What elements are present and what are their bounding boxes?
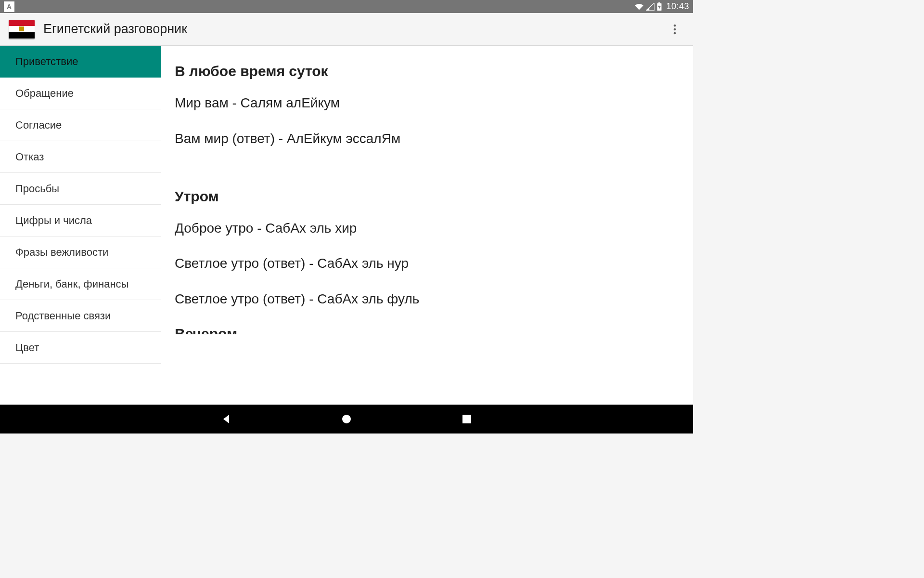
app-bar: Египетский разговорник (0, 13, 693, 46)
phrase-line: Вам мир (ответ) - АлЕйкум эссалЯм (175, 130, 680, 148)
section-heading: Утром (175, 188, 680, 205)
phrase-line: Доброе утро - СабАх эль хир (175, 219, 680, 237)
sidebar-item-label: Отказ (15, 151, 44, 163)
app-title: Египетский разговорник (43, 22, 665, 37)
android-status-bar: A 10:43 (0, 0, 693, 13)
sidebar-item-label: Цифры и числа (15, 214, 92, 227)
svg-rect-6 (462, 415, 471, 423)
keyboard-indicator-icon: A (4, 1, 14, 12)
sidebar-item-5[interactable]: Цифры и числа (0, 205, 161, 236)
sidebar-item-6[interactable]: Фразы вежливости (0, 236, 161, 268)
main-area: ПриветствиеОбращениеСогласиеОтказПросьбы… (0, 46, 693, 405)
sidebar-item-label: Обращение (15, 87, 74, 100)
sidebar-item-2[interactable]: Согласие (0, 109, 161, 141)
sidebar-item-1[interactable]: Обращение (0, 78, 161, 109)
wifi-icon (634, 3, 644, 11)
phrase-line: Светлое утро (ответ) - СабАх эль нур (175, 254, 680, 273)
sidebar-item-3[interactable]: Отказ (0, 141, 161, 173)
sidebar-item-label: Родственные связи (15, 310, 111, 322)
back-icon (220, 413, 232, 425)
svg-point-5 (342, 415, 351, 423)
android-nav-bar (0, 405, 693, 434)
svg-point-4 (674, 32, 676, 34)
egypt-flag-icon (9, 20, 35, 39)
svg-point-2 (674, 24, 676, 26)
phrase-line: Мир вам - Салям алЕйкум (175, 94, 680, 112)
sidebar-item-label: Деньги, банк, финансы (15, 278, 128, 290)
sidebar-item-7[interactable]: Деньги, банк, финансы (0, 268, 161, 300)
cell-signal-icon (646, 3, 654, 11)
home-button[interactable] (337, 409, 356, 429)
recents-button[interactable] (457, 409, 476, 429)
sidebar-item-label: Цвет (15, 342, 39, 354)
status-right-cluster: 10:43 (634, 1, 689, 12)
sidebar-item-label: Просьбы (15, 183, 59, 195)
section-heading-cutoff: Вечером (175, 326, 680, 334)
svg-rect-1 (659, 2, 661, 3)
section-heading: В любое время суток (175, 63, 680, 79)
more-vert-icon (673, 24, 676, 35)
content-panel: В любое время сутокМир вам - Салям алЕйк… (161, 46, 693, 405)
svg-point-3 (674, 28, 676, 30)
sidebar-item-0[interactable]: Приветствие (0, 46, 161, 78)
back-button[interactable] (217, 409, 236, 429)
status-time: 10:43 (666, 1, 689, 12)
sidebar-item-9[interactable]: Цвет (0, 332, 161, 364)
sidebar-item-label: Согласие (15, 119, 62, 131)
sidebar-item-label: Фразы вежливости (15, 246, 108, 259)
home-icon (341, 413, 352, 425)
recents-icon (462, 414, 472, 424)
overflow-menu-button[interactable] (665, 20, 684, 39)
phrase-line: Светлое утро (ответ) - СабАх эль фуль (175, 290, 680, 308)
sidebar-item-8[interactable]: Родственные связи (0, 300, 161, 332)
sidebar-item-label: Приветствие (15, 55, 78, 68)
battery-charging-icon (656, 2, 662, 11)
category-sidebar: ПриветствиеОбращениеСогласиеОтказПросьбы… (0, 46, 161, 405)
sidebar-item-4[interactable]: Просьбы (0, 173, 161, 205)
